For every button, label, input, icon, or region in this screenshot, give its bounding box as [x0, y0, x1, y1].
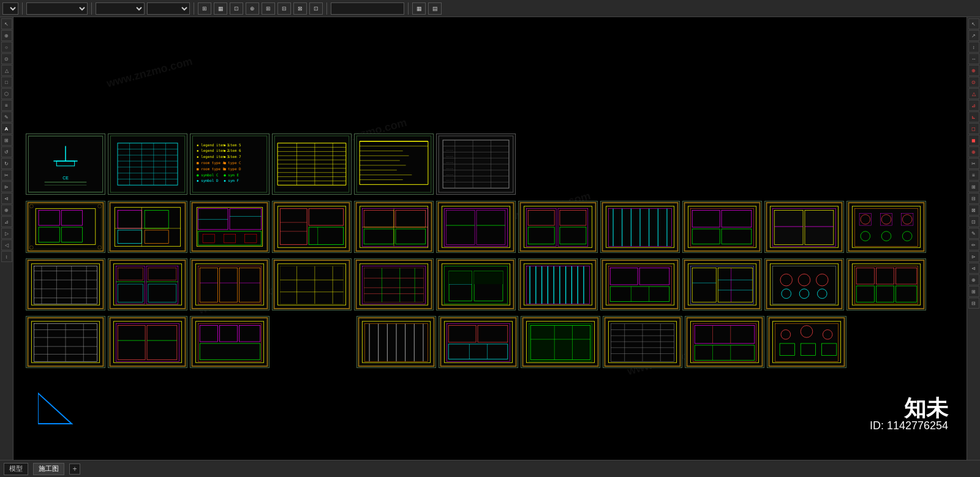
- sheet-top-1[interactable]: CE: [26, 133, 105, 195]
- sheet-r3-1[interactable]: [26, 316, 105, 368]
- right-tool-19[interactable]: ✎: [968, 228, 979, 239]
- left-tool-5[interactable]: △: [1, 65, 12, 76]
- sheet-r2-2[interactable]: [108, 258, 187, 310]
- sheet-r1-7[interactable]: [518, 201, 598, 253]
- sheet-r2-7[interactable]: [518, 258, 598, 310]
- left-tool-19[interactable]: ▷: [1, 228, 12, 239]
- linetype-select[interactable]: ByLayer: [26, 2, 88, 15]
- left-tool-17[interactable]: ⊕: [1, 205, 12, 216]
- dyn-btn[interactable]: ⊡: [309, 2, 323, 15]
- left-tool-15[interactable]: ⊳: [1, 181, 12, 192]
- right-tool-6[interactable]: ⊙: [968, 77, 979, 88]
- right-tool-25[interactable]: ⊟: [968, 298, 979, 309]
- left-tool-text[interactable]: A: [1, 123, 12, 134]
- right-tool-14[interactable]: ≡: [968, 170, 979, 181]
- sheet-r2-10[interactable]: [764, 258, 844, 310]
- left-tool-2[interactable]: ⊕: [1, 30, 12, 41]
- sheet-r1-11[interactable]: [846, 201, 926, 253]
- sheet-r3-10[interactable]: [767, 316, 846, 368]
- sheet-r1-6[interactable]: [436, 201, 516, 253]
- sheet-r3-7[interactable]: [521, 316, 600, 368]
- sheet-r1-4[interactable]: [272, 201, 352, 253]
- right-tool-7[interactable]: △: [968, 88, 979, 99]
- snap-btn[interactable]: ⊞: [198, 2, 211, 15]
- left-tool-14[interactable]: ✂: [1, 170, 12, 181]
- view-btn-1[interactable]: ▦: [412, 2, 426, 15]
- sheet-r3-3[interactable]: [190, 316, 270, 368]
- view-btn-2[interactable]: ▤: [428, 2, 442, 15]
- top-toolbar[interactable]: ByLayer ByLayer ByLayer ByColor ⊞ ▦ ⊡ ⊕ …: [0, 0, 980, 17]
- left-tool-select[interactable]: ↖: [1, 18, 12, 29]
- sheet-r2-9[interactable]: [682, 258, 762, 310]
- right-tool-17[interactable]: ⊠: [968, 205, 979, 216]
- right-tool-9[interactable]: ⊾: [968, 111, 979, 122]
- right-tool-10[interactable]: ◻: [968, 123, 979, 134]
- left-tool-13[interactable]: ↻: [1, 158, 12, 169]
- right-tool-15[interactable]: ⊞: [968, 181, 979, 192]
- sheet-r1-5[interactable]: [354, 201, 434, 253]
- right-tool-11[interactable]: ◼: [968, 135, 979, 146]
- right-tool-23[interactable]: ⊕: [968, 274, 979, 285]
- otrack-btn[interactable]: ⊟: [277, 2, 291, 15]
- sheet-r1-2[interactable]: [108, 201, 187, 253]
- sheet-r2-11[interactable]: [846, 258, 926, 310]
- right-tool-21[interactable]: ⊳: [968, 251, 979, 262]
- sheet-top-3[interactable]: ▪ legend item 1 ▪ legend item 2 ▪ legend…: [190, 133, 270, 195]
- sheet-r2-5[interactable]: [354, 258, 434, 310]
- sheet-r1-10[interactable]: [764, 201, 844, 253]
- grid-btn[interactable]: ▦: [214, 2, 227, 15]
- sheet-r3-2[interactable]: [108, 316, 187, 368]
- tab-model[interactable]: 模型: [4, 463, 28, 475]
- command-input[interactable]: [331, 2, 404, 15]
- sheet-top-2[interactable]: [108, 133, 187, 195]
- sheet-top-5[interactable]: [354, 133, 434, 195]
- left-tool-16[interactable]: ⊲: [1, 193, 12, 204]
- left-tool-8[interactable]: ≡: [1, 100, 12, 111]
- left-tool-4[interactable]: ⊙: [1, 53, 12, 64]
- right-tool-18[interactable]: ⊡: [968, 216, 979, 227]
- right-tool-4[interactable]: ↔: [968, 53, 979, 64]
- sheet-r2-1[interactable]: [26, 258, 105, 310]
- sheet-top-6[interactable]: ........... ........... ........... ....…: [436, 133, 516, 195]
- right-tool-20[interactable]: ✏: [968, 239, 979, 250]
- left-tool-3[interactable]: ○: [1, 42, 12, 53]
- right-tool-1[interactable]: ↖: [968, 18, 979, 29]
- left-tool-20[interactable]: ◁: [1, 239, 12, 250]
- ortho-btn[interactable]: ⊡: [230, 2, 243, 15]
- left-tool-21[interactable]: ↕: [1, 251, 12, 262]
- ducs-btn[interactable]: ⊠: [293, 2, 307, 15]
- sheet-r3-8[interactable]: [603, 316, 682, 368]
- left-tool-11[interactable]: ⊞: [1, 135, 12, 146]
- right-tool-3[interactable]: ↕: [968, 42, 979, 53]
- right-tool-24[interactable]: ⊞: [968, 286, 979, 297]
- sheet-r1-8[interactable]: [600, 201, 680, 253]
- right-tool-12[interactable]: ⊕: [968, 146, 979, 157]
- left-tool-9[interactable]: ✎: [1, 111, 12, 122]
- sheet-r3-6[interactable]: [439, 316, 518, 368]
- color-select[interactable]: ByColor: [147, 2, 190, 15]
- sheet-r2-6[interactable]: [436, 258, 516, 310]
- right-tool-16[interactable]: ⊟: [968, 193, 979, 204]
- sheet-r1-3[interactable]: [190, 201, 270, 253]
- polar-btn[interactable]: ⊕: [246, 2, 259, 15]
- sheet-top-4[interactable]: [272, 133, 352, 195]
- left-tool-6[interactable]: □: [1, 77, 12, 88]
- add-tab-btn[interactable]: +: [69, 464, 80, 475]
- lineweight-select[interactable]: ByLayer: [96, 2, 145, 15]
- right-tool-22[interactable]: ⊲: [968, 263, 979, 274]
- sheet-r1-1[interactable]: [26, 201, 105, 253]
- left-tool-18[interactable]: ⊿: [1, 216, 12, 227]
- right-tool-2[interactable]: ↗: [968, 30, 979, 41]
- sheet-r1-9[interactable]: [682, 201, 762, 253]
- layer-select-1[interactable]: ByLayer: [2, 2, 18, 15]
- sheet-r2-3[interactable]: [190, 258, 270, 310]
- right-tool-5[interactable]: ⊕: [968, 65, 979, 76]
- right-tool-13[interactable]: ✂: [968, 158, 979, 169]
- sheet-r2-4[interactable]: [272, 258, 352, 310]
- tab-construction[interactable]: 施工图: [33, 463, 64, 475]
- left-tool-12[interactable]: ↺: [1, 146, 12, 157]
- left-tool-7[interactable]: ⬡: [1, 88, 12, 99]
- sheet-r3-9[interactable]: [685, 316, 764, 368]
- sheet-r3-5[interactable]: [356, 316, 436, 368]
- right-tool-8[interactable]: ⊿: [968, 100, 979, 111]
